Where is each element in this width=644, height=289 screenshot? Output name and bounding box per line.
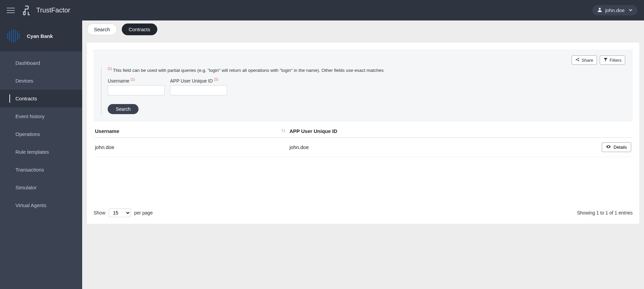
cell-appid: john.doe: [289, 144, 598, 150]
col-header-username-text: Username: [95, 128, 119, 134]
sidebar-item-dashboard[interactable]: Dashboard: [0, 54, 82, 72]
username-label: Username (1): [108, 78, 165, 84]
user-menu[interactable]: john.doe: [592, 5, 637, 15]
sidebar-item-event-history[interactable]: Event history: [0, 107, 82, 125]
brand-name: TrustFactor: [36, 6, 70, 14]
per-page-label: per page: [134, 210, 153, 215]
sidebar-item-contracts[interactable]: Contracts: [0, 90, 82, 107]
username-sup: (1): [130, 78, 135, 81]
search-hint: (1) This field can be used with partial …: [108, 67, 625, 73]
username-label-text: Username: [108, 78, 129, 83]
sort-icon: [281, 128, 286, 134]
table-header: Username APP User Unique ID: [94, 125, 633, 138]
brand-area: TrustFactor: [21, 5, 70, 16]
col-header-username[interactable]: Username: [95, 128, 289, 134]
tenant-logo-icon: [5, 27, 22, 45]
tab-contracts[interactable]: Contracts: [122, 23, 157, 35]
results-table: Username APP User Unique ID john.doe joh…: [94, 125, 633, 157]
brand-logo-icon: [21, 5, 32, 16]
tab-search[interactable]: Search: [87, 23, 117, 35]
content-card: Share Filters (1) This field can be: [87, 43, 639, 224]
topbar: TrustFactor john.doe: [0, 0, 644, 20]
share-icon: [575, 57, 580, 63]
details-label: Details: [613, 145, 627, 150]
sidebar-item-virtual-agents[interactable]: Virtual Agents: [0, 196, 82, 214]
svg-point-3: [578, 60, 579, 61]
page-size-select[interactable]: 15: [109, 208, 131, 217]
filters-label: Filters: [610, 58, 622, 63]
share-button[interactable]: Share: [572, 55, 597, 65]
col-header-appid[interactable]: APP User Unique ID: [289, 128, 598, 134]
tenant-header: Cyan Bank: [0, 20, 82, 51]
sidebar-item-simulator[interactable]: Simulator: [0, 179, 82, 196]
sidebar-item-rule-templates[interactable]: Rule templates: [0, 143, 82, 161]
sidebar-item-operations[interactable]: Operations: [0, 125, 82, 143]
table-row: john.doe john.doe Details: [94, 138, 633, 157]
appid-input[interactable]: [170, 85, 227, 95]
sidebar-item-transactions[interactable]: Transactions: [0, 161, 82, 179]
hint-text: This field can be used with partial quer…: [113, 68, 384, 73]
username-input[interactable]: [108, 85, 165, 95]
search-button[interactable]: Search: [108, 104, 139, 114]
user-icon: [597, 7, 602, 13]
pagination-summary: Showing 1 to 1 of 1 entries: [577, 210, 633, 215]
tab-bar: Search Contracts: [82, 20, 644, 38]
share-label: Share: [582, 58, 593, 63]
search-panel: Share Filters (1) This field can be: [94, 49, 633, 122]
details-button[interactable]: Details: [602, 142, 631, 152]
svg-point-2: [578, 58, 579, 59]
tenant-name: Cyan Bank: [27, 33, 53, 39]
field-appid: APP User Unique ID (1): [170, 78, 227, 96]
cell-username: john.doe: [95, 144, 289, 150]
eye-icon: [606, 144, 611, 150]
sidebar-nav: Dashboard Devices Contracts Event histor…: [0, 51, 82, 214]
appid-label: APP User Unique ID (1): [170, 78, 227, 84]
svg-point-1: [576, 59, 577, 60]
sup-mark: (1): [108, 67, 112, 70]
filter-icon: [603, 57, 608, 63]
sidebar-item-devices[interactable]: Devices: [0, 72, 82, 90]
hamburger-menu-icon[interactable]: [7, 6, 15, 14]
user-name: john.doe: [605, 7, 625, 13]
field-username: Username (1): [108, 78, 165, 96]
svg-point-4: [608, 146, 609, 147]
main-area: Search Contracts Share: [82, 20, 644, 289]
appid-sup: (1): [214, 78, 218, 81]
show-label: Show: [94, 210, 105, 215]
appid-label-text: APP User Unique ID: [170, 78, 213, 83]
svg-point-0: [599, 8, 601, 10]
pagination: Show 15 per page Showing 1 to 1 of 1 ent…: [94, 205, 633, 217]
chevron-down-icon: [629, 7, 633, 13]
filters-button[interactable]: Filters: [600, 55, 625, 65]
sidebar: Cyan Bank Dashboard Devices Contracts Ev…: [0, 20, 82, 289]
